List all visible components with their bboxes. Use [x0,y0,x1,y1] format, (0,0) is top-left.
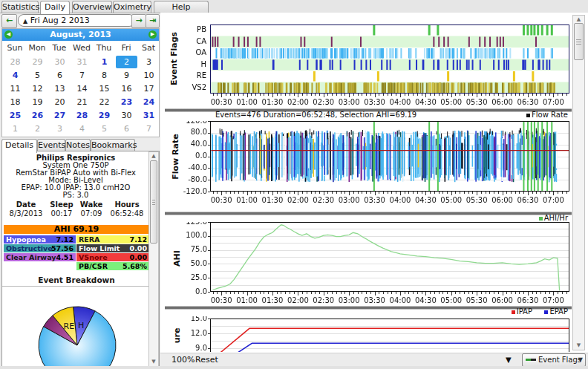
calendar-day[interactable]: 29 [27,56,48,68]
epap-legend: EPAP [544,307,568,316]
chevron-down-icon: ▼ [578,355,583,365]
calendar-day[interactable]: 20 [49,96,71,108]
calendar-day[interactable]: 25 [4,109,26,122]
event-breakdown-title: Event Breakdown [4,275,149,284]
graph-menu-triangle-icon[interactable]: ▼ [506,356,512,364]
calendar-day[interactable]: 12 [27,82,48,95]
calendar-next-month-icon[interactable]: ▶ [148,30,157,39]
pressure-chart[interactable] [165,316,572,352]
tab-overview[interactable]: Overview [72,1,112,13]
calendar-day[interactable]: 6 [116,123,137,135]
session-hours: 06:52:48 [109,209,145,218]
tab-bookmarks[interactable]: Bookmarks [91,139,135,151]
epap-legend-icon [544,310,548,314]
scroll-down-icon[interactable]: ▼ [149,359,158,365]
calendar-day[interactable]: 24 [138,96,160,108]
flow-rate-legend: Flow Rate [526,111,568,119]
graph-scrollbar[interactable]: ▲ ▼ [572,15,585,350]
pie-label: H [78,321,84,330]
calendar-day[interactable]: 26 [27,109,48,122]
calendar-day[interactable]: 30 [116,109,137,122]
calendar-month-label: August, 2013 [50,30,111,39]
calendar-day[interactable]: 3 [138,56,160,68]
calendar-day[interactable]: 1 [94,56,115,68]
flow-rate-legend-icon [526,114,530,117]
tab-events[interactable]: Events [37,139,65,151]
scroll-up-icon[interactable]: ▲ [149,153,158,160]
graph-splitter[interactable] [165,212,572,215]
tab-details[interactable]: Details [1,139,37,153]
tab-help-browser[interactable]: Help Browser [154,1,209,13]
calendar-prev-month-icon[interactable]: ◀ [4,30,13,39]
calendar-day[interactable]: 31 [138,109,160,122]
calendar-header: August, 2013 [2,29,159,41]
tab-daily[interactable]: Daily [40,1,70,14]
reset-button[interactable]: Reset [195,355,218,365]
event-stat-obstructive: Obstructive57.56 [4,244,76,252]
calendar-day[interactable]: 9 [116,69,137,82]
calendar-day[interactable]: 22 [94,96,115,108]
scroll-up-icon[interactable]: ▲ [573,16,584,23]
calendar-day[interactable]: 4 [71,123,93,135]
next-day-button[interactable]: → [131,14,146,28]
calendar-day[interactable]: 8 [94,69,115,82]
calendar-day[interactable]: 3 [49,123,71,135]
event-flags-chart[interactable] [165,25,572,108]
divider [2,286,149,287]
ahi-legend-icon [539,217,543,221]
ahi-chart[interactable] [165,222,572,305]
session-header-hours: Hours [109,200,145,209]
calendar-day[interactable]: 5 [94,123,115,135]
calendar-day[interactable]: 28 [4,56,26,68]
calendar-day[interactable]: 7 [71,69,93,82]
latest-day-button[interactable]: ⇥ [146,14,160,28]
event-flags-mini-icon [531,359,536,361]
tab-oximetry[interactable]: Oximetry [113,1,151,13]
details-scrollbar-thumb[interactable] [150,160,157,244]
calendar-day[interactable]: 23 [116,96,137,108]
prev-day-button[interactable]: ← [1,14,17,28]
calendar-day[interactable]: 16 [116,82,137,95]
calendar-day[interactable]: 2 [116,56,137,68]
current-date-label: Fri Aug 2 2013 [30,16,90,25]
calendar-day[interactable]: 29 [94,109,115,122]
event-stat-rera: RERA7.12 [76,235,149,244]
calendar-day[interactable]: 19 [27,96,48,108]
scroll-down-icon[interactable]: ▼ [573,342,584,349]
calendar-day[interactable]: 10 [138,69,160,82]
calendar: August, 2013 ◀ ▶ SunMonTueWedThuFriSat 2… [1,28,160,137]
tab-notes[interactable]: Notes [65,139,91,151]
session-date: 8/3/2013 [8,209,44,218]
calendar-day[interactable]: 27 [49,109,71,122]
calendar-day[interactable]: 30 [49,56,71,68]
calendar-day[interactable]: 17 [138,82,160,95]
calendar-day[interactable]: 1 [4,123,26,135]
event-stat-flow-limit: Flow Limit0.00 [76,244,149,252]
tab-statistics[interactable]: Statistics [1,1,39,13]
graph-scrollbar-thumb[interactable] [574,23,584,60]
details-scrollbar[interactable]: ▲ ▼ [148,151,159,367]
flow-rate-title: Events=476 Duration=06:52:48, Selection … [215,111,416,119]
zoom-level-label: 100% [172,355,195,365]
calendar-day[interactable]: 15 [94,82,115,95]
ipap-legend: IPAP [512,307,532,316]
calendar-day[interactable]: 31 [71,56,93,68]
calendar-day[interactable]: 28 [71,109,93,122]
calendar-day[interactable]: 21 [71,96,93,108]
calendar-day[interactable]: 18 [4,96,26,108]
calendar-day[interactable]: 13 [49,82,71,95]
event-stat-clear-airway: Clear Airway4.51 [4,253,76,261]
date-selector[interactable]: ▲ Fri Aug 2 2013 [18,14,135,27]
graph-select-dropdown[interactable]: Event Flags ▼ [522,353,586,367]
flow-rate-chart[interactable] [165,121,572,205]
calendar-day[interactable]: 7 [138,123,160,135]
calendar-day[interactable]: 2 [27,123,48,135]
main-tab-bar: Statistics Daily Overview Oximetry Help … [0,0,588,13]
calendar-day[interactable]: 11 [4,82,26,95]
ipap-legend-icon [512,310,515,314]
calendar-day[interactable]: 6 [49,69,71,82]
calendar-day[interactable]: 5 [27,69,48,82]
ahi-banner: AHI 69.19 [4,225,149,234]
calendar-day[interactable]: 14 [71,82,93,95]
calendar-day[interactable]: 4 [4,69,26,82]
